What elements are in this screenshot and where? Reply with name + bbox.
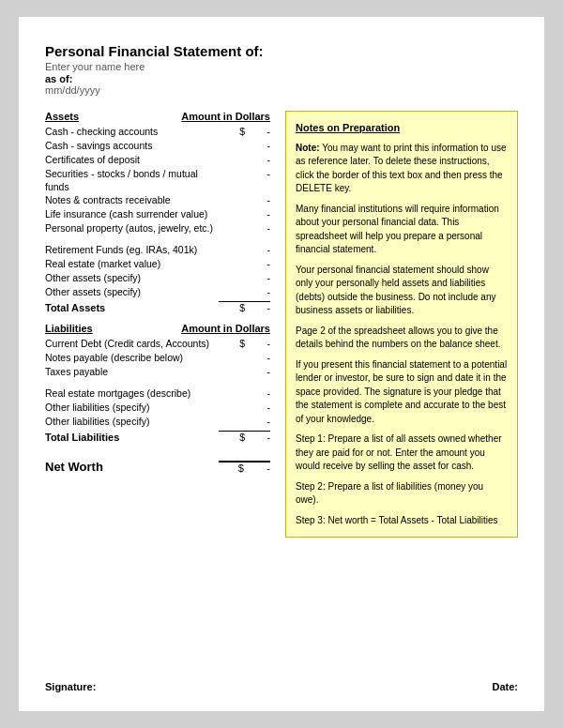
total-liabilities-value: $ -: [219, 431, 270, 443]
item-value: -: [219, 244, 270, 255]
liabilities-amount-header: Amount in Dollars: [181, 323, 270, 334]
notes-text: If you present this financial statement …: [296, 359, 507, 424]
as-of-label: as of:: [45, 73, 518, 84]
item-label: Real estate (market value): [45, 258, 219, 271]
item-label: Other assets (specify): [45, 272, 219, 285]
item-value: -: [219, 194, 270, 205]
list-item: Real estate (market value) -: [45, 258, 270, 271]
list-item: Current Debt (Credit cards, Accounts) $ …: [45, 338, 270, 351]
list-item: Retirement Funds (eg. IRAs, 401k) -: [45, 244, 270, 257]
item-value: -: [219, 352, 270, 363]
right-column: Notes on Preparation Note: You may want …: [285, 111, 518, 651]
notes-title: Notes on Preparation: [296, 121, 508, 136]
notes-para-3: Your personal financial statement should…: [296, 264, 508, 318]
name-placeholder: Enter your name here: [45, 61, 518, 72]
page-title: Personal Financial Statement of:: [45, 43, 518, 59]
item-label: Current Debt (Credit cards, Accounts): [45, 338, 219, 351]
notes-para-5: If you present this financial statement …: [296, 358, 508, 427]
item-label: Cash - savings accounts: [45, 140, 219, 153]
assets-header: Assets Amount in Dollars: [45, 111, 270, 122]
header-section: Personal Financial Statement of: Enter y…: [45, 43, 518, 98]
date-placeholder: mm/dd/yyyy: [45, 84, 518, 96]
notes-box: Notes on Preparation Note: You may want …: [285, 111, 518, 538]
notes-para-2: Many financial institutions will require…: [296, 203, 508, 257]
list-item: Real estate mortgages (describe) -: [45, 387, 270, 401]
notes-text: Your personal financial statement should…: [296, 265, 495, 316]
assets-title: Assets: [45, 111, 79, 122]
signature-row: Signature: Date:: [45, 672, 518, 692]
assets-amount-header: Amount in Dollars: [181, 111, 270, 122]
liabilities-title: Liabilities: [45, 323, 93, 334]
notes-para-6: Step 1: Prepare a list of all assets own…: [296, 432, 508, 474]
list-item: Certificates of deposit -: [45, 154, 270, 167]
total-assets-value: $ -: [219, 301, 270, 313]
notes-text: Step 1: Prepare a list of all assets own…: [296, 433, 502, 471]
list-item: Notes payable (describe below) -: [45, 352, 270, 365]
item-value: -: [219, 222, 270, 234]
list-item: Notes & contracts receivable -: [45, 194, 270, 207]
notes-text: Step 2: Prepare a list of liabilities (m…: [296, 481, 483, 506]
list-item: Other liabilities (specify) -: [45, 402, 270, 415]
item-label: Real estate mortgages (describe): [45, 387, 219, 401]
notes-para-8: Step 3: Net worth = Total Assets - Total…: [296, 514, 508, 528]
item-label: Other liabilities (specify): [45, 416, 219, 429]
item-label: Other assets (specify): [45, 286, 219, 299]
item-value: -: [219, 258, 270, 269]
assets-items: Cash - checking accounts $ - Cash - savi…: [45, 126, 270, 235]
notes-bold-prefix: Note:: [296, 143, 320, 153]
item-value: -: [219, 168, 270, 179]
item-label: Personal property (autos, jewelry, etc.): [45, 222, 219, 235]
item-label: Cash - checking accounts: [45, 126, 219, 139]
total-liabilities-row: Total Liabilities $ -: [45, 431, 270, 443]
item-value: $ -: [219, 126, 270, 137]
item-value: $ -: [219, 338, 270, 349]
liabilities-items: Current Debt (Credit cards, Accounts) $ …: [45, 338, 270, 379]
net-worth-row: Net Worth $ -: [45, 460, 270, 474]
item-value: -: [219, 140, 270, 151]
item-label: Retirement Funds (eg. IRAs, 401k): [45, 244, 219, 257]
notes-para-7: Step 2: Prepare a list of liabilities (m…: [296, 480, 508, 508]
item-value: -: [219, 286, 270, 297]
item-value: -: [219, 387, 270, 399]
item-label: Notes payable (describe below): [45, 352, 219, 365]
total-assets-label: Total Assets: [45, 302, 105, 313]
page: Personal Financial Statement of: Enter y…: [19, 17, 544, 711]
list-item: Other assets (specify) -: [45, 272, 270, 285]
item-label: Taxes payable: [45, 366, 219, 379]
list-item: Securities - stocks / bonds / mutual fun…: [45, 168, 270, 193]
liabilities-spacer-items: Real estate mortgages (describe) - Other…: [45, 387, 270, 429]
total-assets-row: Total Assets $ -: [45, 301, 270, 313]
assets-spacer-items: Retirement Funds (eg. IRAs, 401k) - Real…: [45, 244, 270, 299]
net-worth-value: $ -: [219, 461, 270, 474]
total-liabilities-label: Total Liabilities: [45, 432, 119, 443]
item-value: -: [219, 402, 270, 413]
item-label: Securities - stocks / bonds / mutual fun…: [45, 168, 219, 193]
item-label: Certificates of deposit: [45, 154, 219, 167]
list-item: Cash - checking accounts $ -: [45, 126, 270, 139]
item-value: -: [219, 366, 270, 377]
notes-para-4: Page 2 of the spreadsheet allows you to …: [296, 325, 508, 352]
list-item: Other liabilities (specify) -: [45, 416, 270, 429]
item-value: -: [219, 416, 270, 427]
signature-label: Signature:: [45, 681, 96, 692]
net-worth-label: Net Worth: [45, 460, 103, 474]
notes-text: You may want to print this information t…: [296, 143, 507, 194]
notes-text: Step 3: Net worth = Total Assets - Total…: [296, 515, 498, 525]
list-item: Cash - savings accounts -: [45, 140, 270, 153]
liabilities-header: Liabilities Amount in Dollars: [45, 323, 270, 334]
item-value: -: [219, 154, 270, 165]
list-item: Life insurance (cash surrender value) -: [45, 208, 270, 221]
left-column: Assets Amount in Dollars Cash - checking…: [45, 111, 270, 651]
date-label: Date:: [492, 681, 518, 692]
item-value: -: [219, 272, 270, 283]
item-label: Life insurance (cash surrender value): [45, 208, 219, 221]
list-item: Personal property (autos, jewelry, etc.)…: [45, 222, 270, 235]
item-value: -: [219, 208, 270, 220]
list-item: Taxes payable -: [45, 366, 270, 379]
notes-para-1: Note: You may want to print this informa…: [296, 142, 508, 196]
item-label: Notes & contracts receivable: [45, 194, 219, 207]
list-item: Other assets (specify) -: [45, 286, 270, 299]
notes-text: Page 2 of the spreadsheet allows you to …: [296, 326, 501, 350]
main-content: Assets Amount in Dollars Cash - checking…: [45, 111, 518, 651]
notes-text: Many financial institutions will require…: [296, 204, 499, 255]
